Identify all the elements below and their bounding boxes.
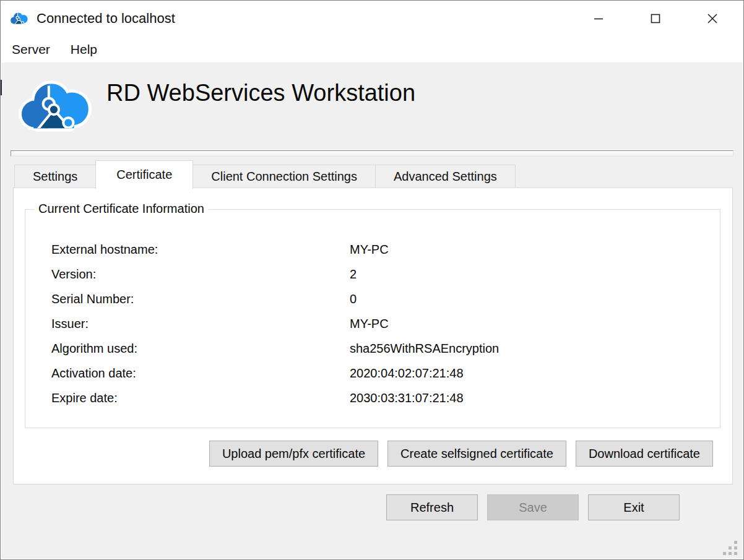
close-icon [707, 13, 718, 24]
menu-help[interactable]: Help [71, 42, 97, 57]
save-button[interactable]: Save [487, 494, 579, 520]
progress-bar [11, 150, 733, 157]
footer-actions: Refresh Save Exit [386, 494, 680, 520]
certificate-info-groupbox: Current Certificate Information External… [25, 209, 720, 428]
tab-strip: Settings Certificate Client Connection S… [14, 160, 516, 188]
app-body: RD WebServices Workstation Settings Cert… [1, 62, 743, 559]
field-label: Version: [25, 267, 350, 282]
field-row-activation-date: Activation date: 2020:04:02:07:21:48 [25, 361, 720, 386]
field-value: sha256WithRSAEncryption [350, 342, 499, 356]
field-value: MY-PC [350, 317, 389, 331]
field-row-algorithm: Algorithm used: sha256WithRSAEncryption [25, 336, 720, 361]
tab-settings[interactable]: Settings [14, 165, 96, 188]
certificate-fields: External hostname: MY-PC Version: 2 Seri… [25, 237, 720, 410]
minimize-icon [593, 13, 604, 24]
field-row-external-hostname: External hostname: MY-PC [25, 237, 720, 262]
field-row-version: Version: 2 [25, 262, 720, 286]
page-title: RD WebServices Workstation [106, 80, 415, 106]
field-value: 0 [350, 292, 357, 306]
field-row-issuer: Issuer: MY-PC [25, 311, 720, 336]
window-title: Connected to localhost [37, 11, 175, 27]
maximize-icon [650, 13, 661, 24]
window-controls [570, 1, 741, 37]
app-logo-cloud-icon [19, 75, 92, 139]
refresh-button[interactable]: Refresh [386, 494, 478, 520]
field-label: Serial Number: [25, 292, 350, 306]
field-row-serial-number: Serial Number: 0 [25, 286, 720, 311]
upload-certificate-button[interactable]: Upload pem/pfx certificate [209, 441, 378, 467]
field-value: 2 [350, 267, 357, 282]
field-label: Issuer: [25, 317, 350, 331]
window-edge-notch [1, 80, 2, 95]
groupbox-title: Current Certificate Information [34, 202, 209, 216]
exit-button[interactable]: Exit [588, 494, 680, 520]
field-row-expire-date: Expire date: 2030:03:31:07:21:48 [25, 386, 720, 410]
field-label: External hostname: [25, 243, 350, 257]
maximize-button[interactable] [627, 1, 684, 37]
field-label: Activation date: [25, 366, 350, 381]
tab-client-connection-settings[interactable]: Client Connection Settings [192, 165, 376, 188]
field-value: 2020:04:02:07:21:48 [350, 366, 464, 381]
certificate-tab-page: Current Certificate Information External… [13, 187, 733, 485]
tab-advanced-settings[interactable]: Advanced Settings [375, 165, 516, 188]
certificate-actions: Upload pem/pfx certificate Create selfsi… [209, 441, 713, 467]
menubar: Server Help [1, 37, 743, 62]
create-selfsigned-certificate-button[interactable]: Create selfsigned certificate [387, 441, 566, 467]
field-value: 2030:03:31:07:21:48 [350, 391, 464, 405]
app-cloud-icon [9, 11, 29, 27]
tab-certificate[interactable]: Certificate [95, 160, 193, 189]
field-label: Algorithm used: [25, 342, 350, 356]
field-label: Expire date: [25, 391, 350, 405]
close-button[interactable] [684, 1, 741, 37]
minimize-button[interactable] [570, 1, 627, 37]
app-window: Connected to localhost Server Help RD We… [0, 0, 744, 560]
resize-grip-icon[interactable] [723, 541, 737, 555]
download-certificate-button[interactable]: Download certificate [576, 441, 713, 467]
menu-server[interactable]: Server [12, 42, 50, 57]
field-value: MY-PC [350, 243, 389, 257]
